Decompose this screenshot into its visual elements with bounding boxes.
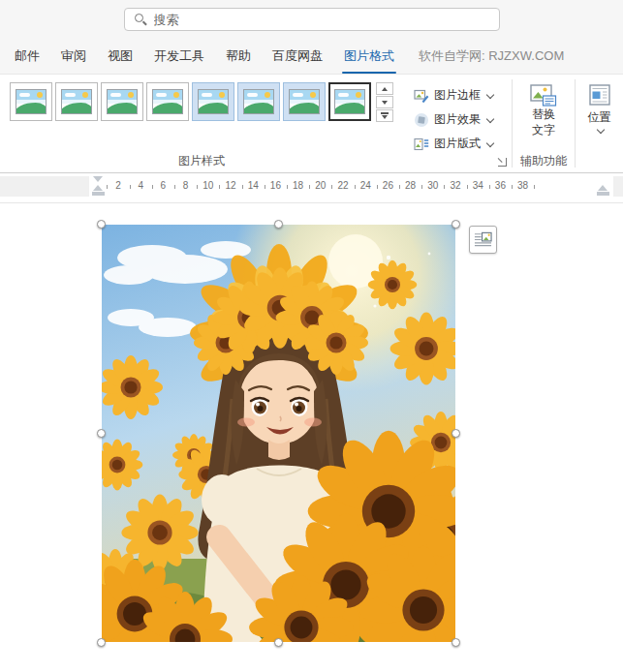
search-box[interactable] <box>124 8 500 31</box>
title-bar <box>0 0 623 39</box>
tab-百度网盘[interactable]: 百度网盘 <box>262 39 333 74</box>
dialog-launcher-icon[interactable] <box>497 157 507 167</box>
ruler-tick <box>399 185 400 189</box>
selected-picture[interactable] <box>102 225 455 642</box>
selection-handle-e[interactable] <box>452 429 460 438</box>
accessibility-group: 替换 文字 辅助功能 <box>513 75 575 172</box>
ruler-number: 6 <box>161 180 167 191</box>
alt-text-label-line1: 替换 <box>532 107 555 123</box>
search-icon <box>135 14 146 25</box>
ruler-tick <box>309 185 310 189</box>
ruler-tick <box>197 185 198 189</box>
ribbon: 图片边框 图片效果 图片版式 <box>0 74 623 173</box>
style-preview-landscape <box>16 89 47 114</box>
ruler-tick <box>107 185 108 189</box>
picture-style-thumb-4[interactable] <box>146 82 189 121</box>
ruler-tick <box>377 185 378 189</box>
selection-handle-s[interactable] <box>274 638 283 647</box>
ruler-number: 28 <box>405 180 416 191</box>
ruler-number: 14 <box>248 180 259 191</box>
picture-style-thumb-7[interactable] <box>283 82 326 121</box>
ruler-tick <box>421 185 422 189</box>
sunflower-girl-illustration <box>102 225 455 642</box>
selection-handle-n[interactable] <box>274 220 283 229</box>
ruler-tick <box>331 185 332 189</box>
ruler-number: 10 <box>202 180 213 191</box>
ribbon-tab-row: 邮件审阅视图开发工具帮助百度网盘图片格式 软件自学网: RJZXW.COM <box>0 39 623 74</box>
alt-text-button[interactable]: 替换 文字 <box>530 83 557 137</box>
selection-handle-ne[interactable] <box>452 220 460 229</box>
right-indent-marker-base[interactable] <box>597 192 609 197</box>
tab-邮件[interactable]: 邮件 <box>4 39 50 74</box>
ruler-number: 34 <box>473 180 483 191</box>
picture-layout-button[interactable]: 图片版式 <box>411 132 496 156</box>
ruler-number: 30 <box>427 180 438 191</box>
left-indent-marker[interactable] <box>92 192 105 197</box>
ruler-tick <box>355 185 356 189</box>
layout-options-icon <box>474 230 492 249</box>
style-preview-landscape <box>61 89 92 114</box>
ruler-tick <box>287 185 288 189</box>
ruler-number: 2 <box>115 180 121 191</box>
style-preview-landscape <box>334 89 365 114</box>
picture-style-thumb-5[interactable] <box>192 82 234 121</box>
hanging-indent-marker[interactable] <box>93 185 103 191</box>
ruler-tick <box>265 185 265 189</box>
layout-options-button[interactable] <box>469 226 497 254</box>
picture-layout-icon <box>414 137 429 152</box>
tab-审阅[interactable]: 审阅 <box>50 39 97 74</box>
ruler-tick <box>242 185 243 189</box>
ruler: 2468101214161820222426283032343638 <box>0 173 623 203</box>
style-preview-landscape <box>243 89 274 114</box>
gallery-more-button[interactable] <box>376 109 393 122</box>
picture-style-thumb-8[interactable] <box>328 82 371 121</box>
style-preview-landscape <box>107 89 138 114</box>
ruler-tick <box>130 185 131 189</box>
ruler-number: 4 <box>138 180 143 191</box>
picture-style-thumb-2[interactable] <box>55 82 98 121</box>
right-indent-marker[interactable] <box>598 185 607 191</box>
selection-handle-nw[interactable] <box>97 220 106 229</box>
ruler-tick <box>174 185 175 189</box>
picture-style-thumb-3[interactable] <box>101 82 143 121</box>
position-label: 位置 <box>588 109 611 126</box>
ruler-tick <box>512 185 513 189</box>
picture-style-menu-column: 图片边框 图片效果 图片版式 <box>411 82 496 172</box>
selection-handle-se[interactable] <box>452 638 460 647</box>
ruler-number: 38 <box>517 180 528 191</box>
chevron-down-icon <box>596 126 604 134</box>
document-canvas[interactable] <box>0 203 623 672</box>
picture-styles-group: 图片边框 图片效果 图片版式 <box>0 75 512 172</box>
tab-帮助[interactable]: 帮助 <box>215 39 262 74</box>
position-icon <box>588 83 611 107</box>
search-input[interactable] <box>124 8 500 31</box>
arrange-group: 位置 <box>576 75 623 172</box>
selection-handle-w[interactable] <box>97 429 106 438</box>
gallery-scroll-up-button[interactable] <box>376 82 393 95</box>
ruler-tick <box>467 185 468 189</box>
tab-视图[interactable]: 视图 <box>97 39 143 74</box>
selection-handle-sw[interactable] <box>97 638 106 647</box>
ruler-number: 26 <box>383 180 393 191</box>
first-line-indent-marker[interactable] <box>93 176 103 182</box>
style-preview-landscape <box>198 89 229 114</box>
picture-effects-button[interactable]: 图片效果 <box>411 107 496 132</box>
picture-style-thumb-1[interactable] <box>10 82 52 121</box>
gallery-scroll-down-button[interactable] <box>376 96 393 108</box>
tab-图片格式[interactable]: 图片格式 <box>333 39 405 74</box>
ruler-number: 16 <box>270 180 281 191</box>
picture-style-thumb-6[interactable] <box>237 82 280 121</box>
picture-border-label: 图片边框 <box>434 87 481 104</box>
picture-layout-label: 图片版式 <box>434 136 481 152</box>
ruler-number: 24 <box>360 180 371 191</box>
chevron-down-icon <box>486 114 494 122</box>
position-button[interactable]: 位置 <box>588 83 611 133</box>
picture-border-icon <box>414 88 429 104</box>
ruler-number: 12 <box>225 180 235 191</box>
picture-border-button[interactable]: 图片边框 <box>411 83 496 107</box>
picture-effects-icon <box>414 112 429 128</box>
ribbon-tabs: 邮件审阅视图开发工具帮助百度网盘图片格式 <box>4 39 405 74</box>
ruler-number: 36 <box>495 180 506 191</box>
chevron-down-icon <box>486 90 494 98</box>
tab-开发工具[interactable]: 开发工具 <box>143 39 215 74</box>
